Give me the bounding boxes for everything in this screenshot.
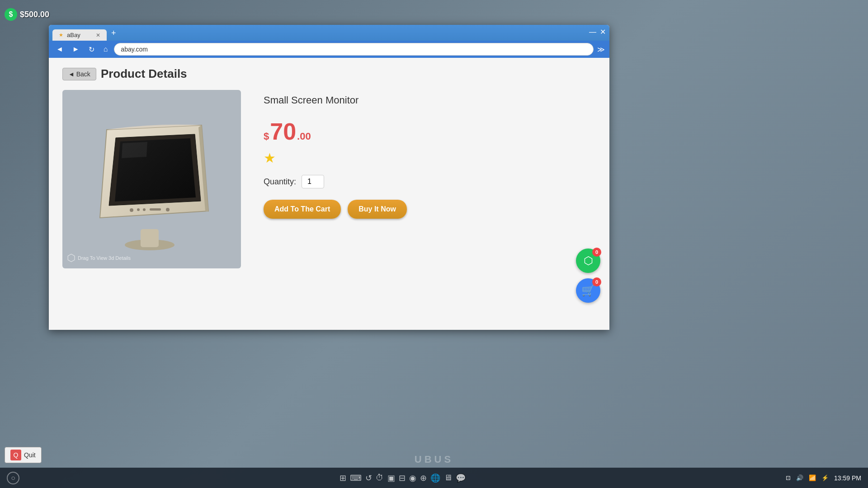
- page-content: ◄ Back Product Details: [49, 58, 609, 330]
- taskbar-right: ⊡ 🔊 📶 ⚡ 13:59 PM: [786, 474, 861, 482]
- taskbar-icon-target[interactable]: ⊕: [420, 473, 427, 483]
- taskbar-icon-box[interactable]: ⊟: [399, 473, 406, 483]
- taskbar-icon-globe[interactable]: 🌐: [430, 473, 440, 483]
- drag-hint: ⬡ Drag To View 3d Details: [67, 252, 131, 264]
- price-dollar-sign: $: [264, 131, 269, 142]
- back-nav-button[interactable]: ◄: [53, 44, 66, 55]
- taskbar-icon-chat[interactable]: 💬: [456, 473, 466, 483]
- taskbar-icon-display: ⊡: [786, 474, 791, 481]
- svg-rect-5: [150, 208, 161, 211]
- desktop: $ $500.00 ★ aBay ✕ + — ✕: [0, 0, 868, 488]
- buy-now-button[interactable]: Buy It Now: [348, 200, 407, 219]
- money-icon: $: [5, 8, 17, 21]
- product-details: Small Screen Monitor $ 70 .00 ★ Quantity…: [264, 90, 596, 219]
- taskbar-icon-clock[interactable]: ⏱: [376, 473, 384, 483]
- taskbar-icon-power: ⚡: [821, 474, 829, 481]
- button-row: Add To The Cart Buy It Now: [264, 200, 596, 219]
- tab-favicon: ★: [59, 32, 63, 38]
- close-button[interactable]: ✕: [600, 28, 606, 36]
- taskbar-icon-window[interactable]: ▣: [387, 473, 395, 483]
- quantity-label: Quantity:: [264, 177, 296, 187]
- nav-extra-icon: ≫: [597, 45, 605, 54]
- taskbar-icon-refresh[interactable]: ↺: [365, 473, 372, 483]
- cart-icon: 🛒: [581, 284, 595, 297]
- product-name: Small Screen Monitor: [264, 94, 596, 106]
- browser-titlebar: ★ aBay ✕ + — ✕ ◄ ► ↻ ⌂ ≫: [49, 25, 609, 58]
- price-cents: .00: [297, 131, 311, 142]
- back-button[interactable]: ◄ Back: [62, 68, 96, 80]
- cart-badge: 0: [592, 277, 601, 286]
- add-to-cart-button[interactable]: Add To The Cart: [264, 200, 341, 219]
- home-button[interactable]: ⌂: [101, 44, 111, 55]
- taskbar-icon-sound: 🔊: [796, 474, 803, 481]
- forward-nav-button[interactable]: ►: [70, 44, 82, 55]
- floating-cart-button[interactable]: 🛒 0: [576, 278, 600, 303]
- money-display: $ $500.00: [5, 8, 49, 21]
- star-rating: ★: [264, 150, 596, 166]
- taskbar-icon-grid[interactable]: ⊞: [340, 473, 346, 483]
- svg-point-4: [143, 208, 146, 211]
- taskbar-left-icon: ○: [7, 472, 19, 484]
- taskbar-icon-circle[interactable]: ◉: [409, 473, 416, 483]
- window-controls: — ✕: [589, 25, 609, 39]
- svg-point-3: [137, 208, 140, 211]
- product-image-container[interactable]: ⬡ Drag To View 3d Details: [62, 90, 241, 268]
- product-image: [62, 90, 241, 268]
- nav-bar: ◄ ► ↻ ⌂ ≫: [49, 41, 609, 58]
- taskbar-time: 13:59 PM: [834, 474, 861, 482]
- page-header: ◄ Back Product Details: [62, 67, 596, 81]
- money-amount: $500.00: [20, 10, 49, 19]
- quit-label: Quit: [24, 451, 36, 459]
- taskbar-icon-monitor[interactable]: 🖥: [444, 473, 452, 483]
- ubus-brand: UBUS: [415, 454, 453, 465]
- box-icon: ⬡: [584, 254, 593, 267]
- quit-button[interactable]: Q Quit: [5, 447, 42, 463]
- floating-box-button[interactable]: ⬡ 0: [576, 249, 600, 273]
- page-title: Product Details: [101, 67, 187, 81]
- address-bar[interactable]: [114, 43, 594, 56]
- svg-point-2: [130, 208, 133, 212]
- quit-icon: Q: [10, 450, 21, 460]
- taskbar-icon-terminal[interactable]: ⌨: [350, 473, 362, 483]
- browser-tab[interactable]: ★ aBay ✕: [52, 29, 107, 41]
- product-layout: ⬡ Drag To View 3d Details Small Screen M…: [62, 90, 596, 268]
- tab-label: aBay: [67, 32, 80, 38]
- price-main: 70: [270, 120, 296, 143]
- floating-buttons: ⬡ 0 🛒 0: [576, 249, 600, 303]
- taskbar-center: ⊞ ⌨ ↺ ⏱ ▣ ⊟ ◉ ⊕ 🌐 🖥 💬: [340, 473, 466, 483]
- box-badge: 0: [592, 248, 601, 257]
- taskbar-left: ○: [7, 472, 19, 484]
- tab-close-button[interactable]: ✕: [96, 32, 100, 38]
- svg-point-6: [166, 208, 170, 211]
- tab-bar: ★ aBay ✕ +: [49, 25, 123, 41]
- product-price: $ 70 .00: [264, 120, 596, 143]
- minimize-button[interactable]: —: [589, 28, 596, 36]
- quit-icon-letter: Q: [14, 451, 19, 459]
- quantity-row: Quantity:: [264, 175, 596, 188]
- browser-window: ★ aBay ✕ + — ✕ ◄ ► ↻ ⌂ ≫: [49, 25, 609, 330]
- monitor-svg: [80, 103, 224, 256]
- tab-bar-row: ★ aBay ✕ + — ✕: [49, 25, 609, 41]
- taskbar: ○ ⊞ ⌨ ↺ ⏱ ▣ ⊟ ◉ ⊕ 🌐 🖥 💬 ⊡ 🔊 📶 ⚡ 13:59 PM: [0, 468, 868, 488]
- cube-icon-small: ⬡: [67, 252, 75, 264]
- drag-hint-text: Drag To View 3d Details: [78, 255, 131, 261]
- svg-rect-1: [141, 229, 159, 247]
- taskbar-icon-wifi: 📶: [809, 474, 816, 481]
- quantity-input[interactable]: [302, 175, 324, 188]
- new-tab-button[interactable]: +: [108, 27, 120, 40]
- refresh-button[interactable]: ↻: [86, 44, 97, 55]
